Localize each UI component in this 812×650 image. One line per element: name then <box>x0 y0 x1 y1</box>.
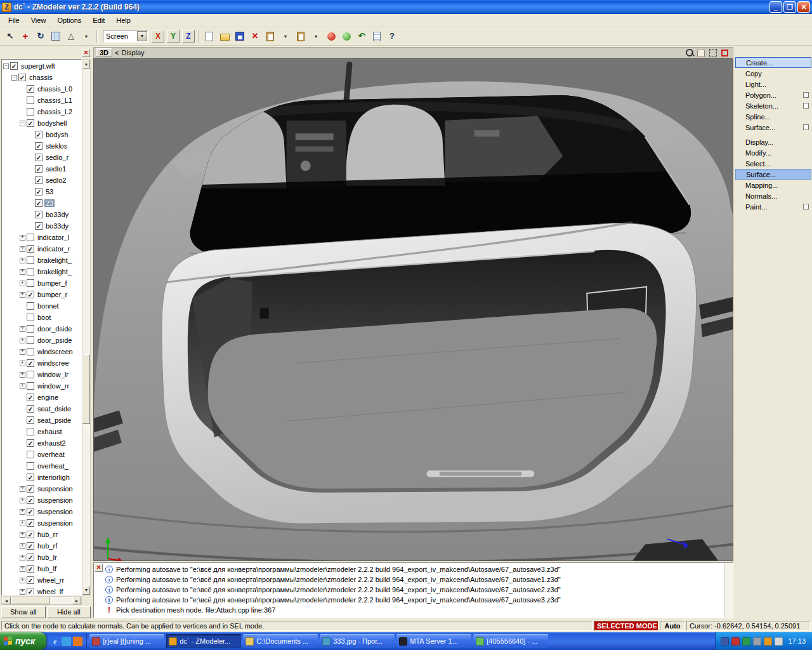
tree-visibility-checkbox[interactable] <box>27 268 34 275</box>
tree-plus-expander-icon[interactable]: + <box>20 383 25 389</box>
tree-visibility-checkbox[interactable] <box>27 314 34 321</box>
tree-item-chassis-l0[interactable]: ✓chassis_L0 <box>2 83 81 95</box>
tree-visibility-checkbox[interactable]: ✓ <box>27 245 34 253</box>
tree-item-engine[interactable]: ✓engine <box>2 392 81 403</box>
volume-icon[interactable] <box>775 637 783 646</box>
tree-item-door-pside[interactable]: +door_pside <box>2 335 81 346</box>
scroll-left-icon[interactable]: ◄ <box>2 597 11 604</box>
screen-mode-combobox[interactable]: Screen ▼ <box>103 30 148 43</box>
tree-plus-expander-icon[interactable]: + <box>20 338 25 343</box>
scroll-right-icon[interactable]: ► <box>72 597 81 604</box>
open-file-icon[interactable] <box>218 29 232 43</box>
viewport-3d-canvas[interactable] <box>93 58 733 561</box>
tree-item-window-rr[interactable]: +window_rr <box>2 380 81 392</box>
tree-plus-expander-icon[interactable]: + <box>20 532 25 538</box>
panel-option-checkbox[interactable] <box>803 124 809 130</box>
internet-explorer-icon[interactable]: e <box>50 637 60 646</box>
tree-item-brakelight[interactable]: +brakelight_ <box>2 255 81 266</box>
tree-visibility-checkbox[interactable]: ✓ <box>27 519 34 527</box>
tree-visibility-checkbox[interactable]: ✓ <box>27 394 34 401</box>
panel-button-modify[interactable]: Modify... <box>735 147 811 158</box>
export-icon[interactable] <box>294 29 308 43</box>
tree-visibility-checkbox[interactable] <box>27 348 34 355</box>
tree-minus-expander-icon[interactable]: - <box>11 75 17 81</box>
tree-item-suspension[interactable]: +✓suspension <box>2 517 81 529</box>
panel-button-skeleton[interactable]: Skeleton... <box>735 100 811 111</box>
tree-item-bodysh[interactable]: ✓bodysh <box>2 129 81 140</box>
show-all-button[interactable]: Show all <box>1 606 46 618</box>
tree-item-supergt-wft[interactable]: -✓supergt.wft <box>2 60 81 72</box>
tree-visibility-checkbox[interactable]: ✓ <box>27 576 34 584</box>
scroll-up-icon[interactable]: ▲ <box>82 60 90 69</box>
tree-visibility-checkbox[interactable]: ✓ <box>27 554 34 561</box>
tree-item-suspension[interactable]: +✓suspension <box>2 483 81 494</box>
tools-dropdown-icon[interactable] <box>79 29 93 43</box>
polygon-mode-icon[interactable] <box>64 29 78 43</box>
tree-visibility-checkbox[interactable]: ✓ <box>10 62 18 70</box>
panel-button-select[interactable]: Select... <box>735 158 811 169</box>
tree-plus-expander-icon[interactable]: + <box>20 361 25 366</box>
rotate-gizmo-icon[interactable] <box>34 29 48 43</box>
tree-visibility-checkbox[interactable] <box>27 382 34 390</box>
panel-button-light[interactable]: Light... <box>735 79 811 90</box>
tree-item-bumper-r[interactable]: +✓bumper_r <box>2 289 81 300</box>
tree-item-exhaust2[interactable]: ✓exhaust2 <box>2 437 81 449</box>
log-window-icon[interactable] <box>370 29 384 43</box>
taskbar-task-mta-server-1[interactable]: MTA Server 1... <box>396 634 471 648</box>
tree-item-windscree[interactable]: +✓windscree <box>2 357 81 369</box>
tree-minus-expander-icon[interactable]: - <box>3 63 9 69</box>
import-icon[interactable] <box>263 29 277 43</box>
tree-visibility-checkbox[interactable] <box>27 279 34 287</box>
menu-item-help[interactable]: Help <box>110 15 136 25</box>
tree-visibility-checkbox[interactable]: ✓ <box>27 496 34 504</box>
tree-item-suspension[interactable]: +✓suspension <box>2 494 81 506</box>
tree-plus-expander-icon[interactable]: + <box>20 589 25 595</box>
tree-visibility-checkbox[interactable]: ✓ <box>35 176 43 184</box>
panel-button-normals[interactable]: Normals... <box>735 190 811 201</box>
tree-visibility-checkbox[interactable]: ✓ <box>27 291 34 298</box>
tree-visibility-checkbox[interactable] <box>27 451 34 458</box>
tree-visibility-checkbox[interactable] <box>27 325 34 333</box>
tree-plus-expander-icon[interactable]: + <box>20 566 25 572</box>
log-scrollbar[interactable] <box>724 563 733 618</box>
close-view-icon[interactable] <box>721 50 728 56</box>
tree-plus-expander-icon[interactable]: + <box>20 509 25 515</box>
tree-item-indicator-l[interactable]: +indicator_l <box>2 232 81 243</box>
tree-visibility-checkbox[interactable] <box>27 256 34 264</box>
export-dropdown-icon[interactable] <box>309 29 323 43</box>
tree-plus-expander-icon[interactable]: + <box>20 349 25 355</box>
tree-item-indicator-r[interactable]: +✓indicator_r <box>2 243 81 255</box>
tree-panel-close-icon[interactable]: ✕ <box>82 49 90 57</box>
tree-item-sedlo1[interactable]: ✓sedlo1 <box>2 163 81 175</box>
tree-visibility-checkbox[interactable] <box>27 108 34 116</box>
maximize-button[interactable]: ❐ <box>783 1 796 13</box>
taskbar-task-r-eal-t-uning[interactable]: [r]eal [t]uning ... <box>89 634 164 648</box>
scrollbar-thumb[interactable] <box>82 354 90 424</box>
tree-item-hub-rf[interactable]: +✓hub_rf <box>2 540 81 552</box>
tree-item-windscreen[interactable]: +windscreen <box>2 346 81 357</box>
render-icon[interactable] <box>339 29 353 43</box>
select-icon[interactable] <box>3 29 17 43</box>
menu-item-file[interactable]: File <box>3 15 25 25</box>
tree-item-door-dside[interactable]: +door_dside <box>2 323 81 335</box>
tree-item-interiorligh[interactable]: ✓interiorligh <box>2 472 81 483</box>
tree-visibility-checkbox[interactable]: ✓ <box>27 119 34 127</box>
tree-visibility-checkbox[interactable]: ✓ <box>27 565 34 573</box>
tree-visibility-checkbox[interactable] <box>27 462 34 470</box>
panel-button-display[interactable]: Display... <box>735 136 811 147</box>
tree-item-23[interactable]: ✓23 <box>2 197 81 209</box>
panel-option-checkbox[interactable] <box>803 103 809 109</box>
tree-visibility-checkbox[interactable]: ✓ <box>27 588 34 595</box>
tree-plus-expander-icon[interactable]: + <box>20 292 25 298</box>
new-file-icon[interactable] <box>202 29 216 43</box>
tree-visibility-checkbox[interactable]: ✓ <box>35 165 43 173</box>
y-axis-toggle[interactable]: Y <box>167 30 180 43</box>
tree-visibility-checkbox[interactable] <box>27 336 34 344</box>
tree-item-bonnet[interactable]: bonnet <box>2 300 81 312</box>
tree-visibility-checkbox[interactable]: ✓ <box>27 531 34 538</box>
delete-icon[interactable] <box>248 29 262 43</box>
tree-item-hub-lf[interactable]: +✓hub_lf <box>2 563 81 574</box>
tree-visibility-checkbox[interactable]: ✓ <box>27 416 34 424</box>
tree-visibility-checkbox[interactable]: ✓ <box>27 439 34 447</box>
log-panel-close-icon[interactable]: ✕ <box>95 564 103 572</box>
